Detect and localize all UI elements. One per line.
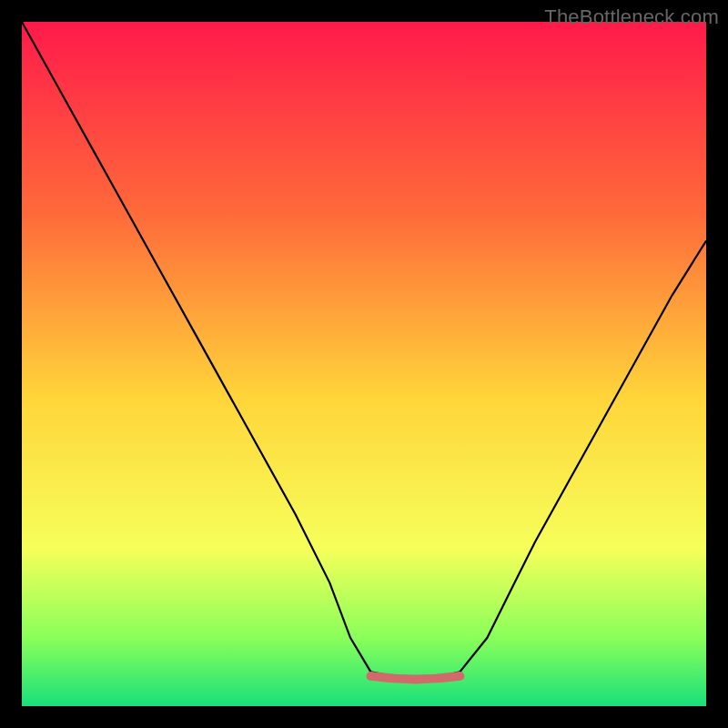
watermark-text: TheBottleneck.com [544, 5, 719, 29]
bottleneck-chart [0, 0, 728, 728]
heatmap-background [22, 22, 706, 706]
optimal-range-segment [371, 676, 460, 680]
chart-frame: TheBottleneck.com [0, 0, 728, 728]
